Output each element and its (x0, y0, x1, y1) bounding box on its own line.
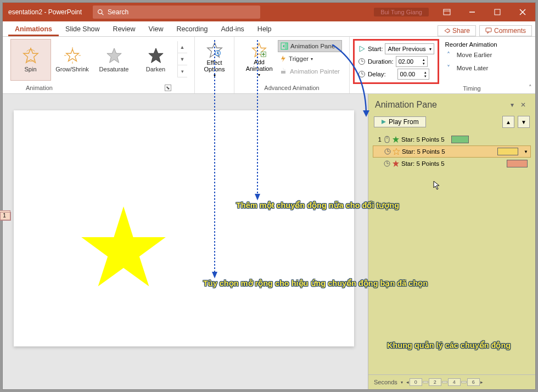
move-later-button[interactable]: ˅ Move Later (445, 62, 497, 74)
window-title: esentation2 - PowerPoint (3, 8, 87, 16)
svg-point-14 (216, 52, 218, 54)
painter-icon (280, 68, 288, 75)
tab-help[interactable]: Help (251, 22, 278, 36)
comments-button[interactable]: Comments (479, 25, 532, 36)
move-up-button[interactable]: ▲ (502, 116, 514, 128)
anim-item-3[interactable]: Star: 5 Points 5 (373, 158, 531, 170)
add-animation-button[interactable]: Add Animation ▾ (242, 39, 277, 81)
tab-animations[interactable]: Animations (8, 22, 59, 36)
comment-icon (485, 27, 492, 34)
animation-painter-button[interactable]: Animation Painter (278, 65, 342, 77)
spin-star-icon (23, 47, 39, 64)
ribbon-display-options[interactable] (434, 3, 459, 21)
start-play-icon (358, 45, 366, 53)
start-select[interactable]: After Previous▾ (385, 43, 434, 54)
svg-point-0 (98, 9, 102, 13)
delay-input[interactable]: 00.00▴▾ (397, 69, 429, 80)
trigger-button[interactable]: Trigger ▾ (278, 53, 342, 65)
search-icon (97, 9, 104, 16)
animation-pane: Animation Pane ▾ ✕ Play From ▲ ▼ 1 Star: (368, 94, 535, 389)
effect-options-button[interactable]: Effect Options ▾ (197, 39, 232, 81)
pane-icon (281, 42, 288, 50)
seconds-label[interactable]: Seconds (374, 379, 397, 385)
anim-grow-shrink[interactable]: Grow/Shrink (52, 39, 93, 81)
share-button[interactable]: Share (438, 25, 476, 36)
user-name[interactable]: Bui Tung Giang (374, 8, 429, 16)
tab-view[interactable]: View (142, 22, 170, 36)
anim-desaturate[interactable]: Desaturate (94, 39, 134, 81)
move-down-button[interactable]: ▼ (518, 116, 530, 128)
svg-rect-2 (444, 9, 450, 15)
close-pane-button[interactable]: ✕ (518, 99, 529, 110)
duration-input[interactable]: 02.00▴▾ (396, 56, 428, 67)
timeline-ruler[interactable]: ◂ 0 2 4 6 ▸ (406, 378, 530, 386)
svg-rect-5 (495, 9, 500, 15)
close-button[interactable] (510, 3, 535, 21)
grow-star-icon (64, 47, 81, 64)
maximize-button[interactable] (485, 3, 510, 21)
reorder-label: Reorder Animation (445, 41, 497, 48)
animation-pane-button[interactable]: Animation Pane (278, 40, 342, 52)
share-icon (444, 27, 450, 34)
tab-recording[interactable]: Recording (170, 22, 214, 36)
minimize-button[interactable] (459, 3, 485, 21)
timing-highlight: Start: After Previous▾ Duration: 02.00▴▾… (353, 39, 439, 84)
group-animation-label: Animation (26, 85, 53, 91)
tab-add-ins[interactable]: Add-ins (214, 22, 250, 36)
clock-icon (384, 148, 391, 155)
svg-line-1 (102, 13, 103, 15)
darken-star-icon (148, 47, 164, 64)
search-input[interactable]: Search (93, 5, 260, 19)
animation-launcher[interactable]: ⬊ (165, 85, 171, 91)
ribbon-tabs: Animations Slide Show Review View Record… (3, 21, 535, 37)
pane-options[interactable]: ▾ (507, 99, 518, 110)
exit-star-icon (393, 160, 399, 167)
star-shape[interactable] (80, 206, 167, 290)
clock-icon (358, 58, 366, 65)
animation-list: 1 Star: 5 Points 5 Star: 5 Points 5 ▼ (368, 132, 535, 374)
svg-rect-20 (281, 71, 285, 74)
anim-spin[interactable]: Spin (10, 39, 51, 81)
tab-slide-show[interactable]: Slide Show (59, 22, 107, 36)
emphasis-star-icon (393, 148, 400, 155)
clock-icon (358, 70, 366, 78)
cursor-icon (433, 181, 441, 191)
play-from-button[interactable]: Play From (374, 116, 426, 127)
group-timing-label: Timing (463, 85, 481, 92)
clock-icon (384, 160, 390, 167)
slide-canvas[interactable]: 1 (14, 110, 354, 346)
tab-review[interactable]: Review (107, 22, 142, 36)
svg-rect-8 (486, 28, 491, 32)
collapse-ribbon[interactable]: ˄ (529, 84, 532, 91)
animation-order-badge[interactable]: 1 (0, 210, 10, 220)
entrance-star-icon (393, 136, 399, 143)
play-icon (381, 119, 386, 125)
anim-item-2[interactable]: Star: 5 Points 5 ▼ (373, 145, 531, 158)
ribbon: Spin Grow/Shrink Desaturate Darken ▲▼▾ A… (3, 37, 535, 94)
mouse-icon (384, 136, 390, 143)
anim-darken[interactable]: Darken (136, 39, 176, 81)
trigger-icon (280, 55, 287, 63)
desat-star-icon (106, 47, 122, 64)
search-placeholder: Search (108, 8, 128, 16)
anim-item-1[interactable]: 1 Star: 5 Points 5 (373, 133, 531, 145)
effect-options-icon (206, 42, 223, 58)
title-bar: esentation2 - PowerPoint Search Bui Tung… (3, 3, 535, 21)
gallery-more[interactable]: ▲▼▾ (177, 41, 187, 77)
group-advanced-label: Advanced Animation (264, 85, 319, 91)
svg-rect-19 (285, 43, 288, 49)
add-animation-icon (251, 42, 267, 58)
animation-pane-title: Animation Pane (375, 100, 507, 110)
move-earlier-button[interactable]: ˄ Move Earlier (445, 49, 497, 61)
work-area: 1 Animation Pane ▾ ✕ Play From ▲ ▼ (3, 94, 535, 389)
